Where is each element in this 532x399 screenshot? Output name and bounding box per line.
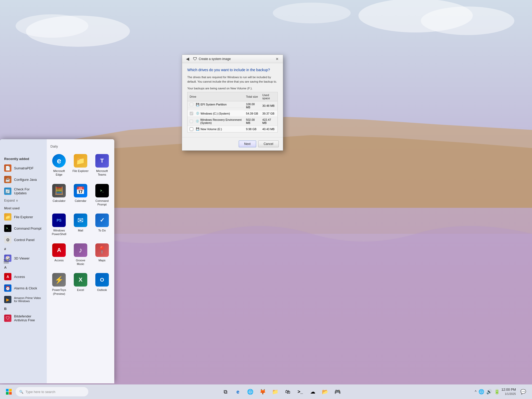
drives-table: Drive Total size Used space 💾 EFI System…: [187, 92, 278, 132]
clock-time: 12:00 PM: [501, 387, 516, 392]
tile-groove[interactable]: ♪ Groove Music: [71, 241, 90, 269]
dialog-title-icon: 🛡: [193, 57, 197, 61]
powershell-tile-label: Windows PowerShell: [51, 229, 67, 236]
tile-excel[interactable]: X Excel: [71, 270, 90, 298]
check-updates-label: Check For Updates: [14, 187, 43, 195]
taskbar-center: ⧉ e 🌐 🦊 📁 🛍 >_ ☁ 📂 🎮: [220, 386, 343, 397]
drive-used-windows: 39.37 GB: [260, 110, 278, 117]
drive-cell-recovery: 💿 Windows Recovery Environment (System): [188, 117, 244, 126]
taskbar-game[interactable]: 🎮: [332, 386, 343, 397]
tile-powertoys[interactable]: ⚡ PowerToys (Preview): [49, 270, 69, 298]
taskbar-notification[interactable]: 💬: [517, 386, 529, 397]
taskbar-terminal[interactable]: >_: [295, 386, 306, 397]
edge-tile-icon: e: [52, 154, 66, 168]
tile-file-explorer[interactable]: 📁 File Explorer: [71, 151, 90, 179]
taskbar-explorer2[interactable]: 📂: [320, 386, 331, 397]
drive-checkbox-recovery[interactable]: [190, 119, 193, 123]
create-system-image-dialog: ◀ 🛡 Create a system image ✕ Which drives…: [182, 55, 283, 151]
dialog-back-button[interactable]: ◀: [185, 56, 190, 62]
svg-point-5: [273, 3, 351, 23]
powershell-tile-icon: PS: [52, 214, 66, 227]
taskbar-store[interactable]: 🛍: [282, 386, 294, 397]
tile-calendar[interactable]: 📅 Calendar: [71, 181, 90, 209]
sidebar-item-command-prompt[interactable]: >_ Command Prompt: [0, 223, 47, 234]
drive-icon-recovery: 💿: [196, 119, 199, 123]
tile-mail[interactable]: ✉ Mail: [71, 211, 90, 239]
start-button[interactable]: [3, 386, 15, 397]
drive-checkbox-efi[interactable]: [190, 103, 193, 106]
tray-chevron-icon[interactable]: ^: [475, 390, 477, 394]
system-tray: ^ 🌐 🔊 🔋: [475, 389, 500, 395]
taskbar-firefox[interactable]: 🦊: [257, 386, 269, 397]
sidebar-item-amazon[interactable]: ▶ Amazon Prime Video for Windows: [0, 294, 47, 305]
taskbar-chrome[interactable]: 🌐: [245, 386, 256, 397]
mail-tile-icon: ✉: [74, 214, 87, 227]
svg-rect-8: [9, 389, 12, 391]
drive-used-new-volume: 40.43 MB: [260, 126, 278, 132]
sidebar-item-alarms[interactable]: ⏰ Alarms & Clock: [0, 282, 47, 294]
command-prompt-label: Command Prompt: [14, 227, 41, 230]
drive-checkbox-new-volume[interactable]: [190, 127, 193, 131]
expand-button[interactable]: Expand ∨: [0, 197, 47, 204]
alarms-label: Alarms & Clock: [14, 286, 37, 290]
command-prompt-icon: >_: [4, 225, 11, 232]
sidebar-item-control-panel[interactable]: ⚙ Control Panel: [0, 234, 47, 245]
taskbar-task-view[interactable]: ⧉: [220, 386, 231, 397]
drives-col-used: Used space: [260, 92, 278, 101]
daily-app-grid-row5: ⚡ PowerToys (Preview) X Excel O Outlook: [49, 270, 112, 298]
next-button[interactable]: Next: [239, 141, 256, 147]
maps-tile-icon: 📍: [95, 243, 109, 257]
tray-network-icon[interactable]: 🌐: [478, 389, 484, 395]
tray-volume-icon[interactable]: 🔊: [486, 389, 492, 395]
tile-powershell[interactable]: PS Windows PowerShell: [49, 211, 69, 239]
drive-used-efi: 30.48 MB: [260, 101, 278, 110]
drive-label-recovery: Windows Recovery Environment (System): [200, 118, 242, 124]
calculator-tile-label: Calculator: [53, 199, 66, 203]
alpha-b: B: [0, 305, 47, 312]
table-row: 💾 EFI System Partition 100.00 MB 30.48 M…: [188, 101, 278, 110]
configure-java-label: Configure Java: [14, 178, 37, 182]
drive-total-windows: 54.39 GB: [244, 110, 260, 117]
svg-rect-9: [6, 392, 9, 395]
drive-cell-new-volume: 💾 New Volume (E:): [188, 126, 244, 132]
tile-maps[interactable]: 📍 Maps: [92, 241, 112, 269]
daily-section: Daily e Microsoft Edge 📁 File Explorer T…: [49, 144, 112, 298]
hamburger-menu[interactable]: [4, 260, 9, 263]
dialog-footer: Next Cancel: [182, 137, 283, 150]
drive-total-efi: 100.00 MB: [244, 101, 260, 110]
outlook-tile-icon: O: [95, 273, 109, 287]
dialog-titlebar: ◀ 🛡 Create a system image ✕: [182, 55, 283, 63]
svg-rect-10: [9, 392, 12, 395]
tile-access[interactable]: A Access: [49, 241, 69, 269]
taskbar-onedrive[interactable]: ☁: [307, 386, 318, 397]
tile-teams[interactable]: T Microsoft Teams: [92, 151, 112, 179]
groove-tile-icon: ♪: [74, 243, 87, 257]
sidebar-item-sumatra[interactable]: 📄 SumatraPDF: [0, 162, 47, 174]
clock-date: 1/1/2025: [501, 392, 516, 396]
drive-checkbox-windows[interactable]: [190, 112, 193, 115]
daily-app-grid-row3: PS Windows PowerShell ✉ Mail ✓ To Do: [49, 211, 112, 239]
drive-label-new-volume: New Volume (E:): [201, 128, 222, 131]
clock-area[interactable]: 12:00 PM 1/1/2025: [501, 387, 516, 396]
tile-edge[interactable]: e Microsoft Edge: [49, 151, 69, 179]
taskbar-file-explorer[interactable]: 📁: [270, 386, 281, 397]
dialog-close-button[interactable]: ✕: [274, 56, 280, 62]
sidebar-item-bitdefender[interactable]: 🛡 Bitdefender Antivirus Free: [0, 312, 47, 324]
tile-outlook[interactable]: O Outlook: [92, 270, 112, 298]
alarms-icon: ⏰: [4, 284, 11, 292]
cancel-button[interactable]: Cancel: [258, 141, 279, 147]
tile-command-prompt[interactable]: >_ Command Prompt: [92, 181, 112, 209]
sidebar-item-access[interactable]: A Access: [0, 271, 47, 282]
sumatra-icon: 📄: [4, 164, 11, 172]
dialog-description: The drives that are required for Windows…: [187, 75, 278, 84]
sidebar-item-check-updates[interactable]: 🔄 Check For Updates: [0, 185, 47, 197]
sidebar-item-file-explorer[interactable]: 📁 File Explorer: [0, 211, 47, 223]
taskbar-edge[interactable]: e: [232, 386, 244, 397]
taskbar-search[interactable]: 🔍 Type here to search: [16, 387, 88, 396]
tile-todo[interactable]: ✓ To Do: [92, 211, 112, 239]
tile-calculator[interactable]: 🧮 Calculator: [49, 181, 69, 209]
access-tile-icon: A: [52, 243, 66, 257]
tray-battery-icon[interactable]: 🔋: [494, 389, 500, 395]
dialog-heading: Which drives do you want to include in t…: [187, 68, 278, 72]
sidebar-item-configure-java[interactable]: ☕ Configure Java: [0, 174, 47, 185]
